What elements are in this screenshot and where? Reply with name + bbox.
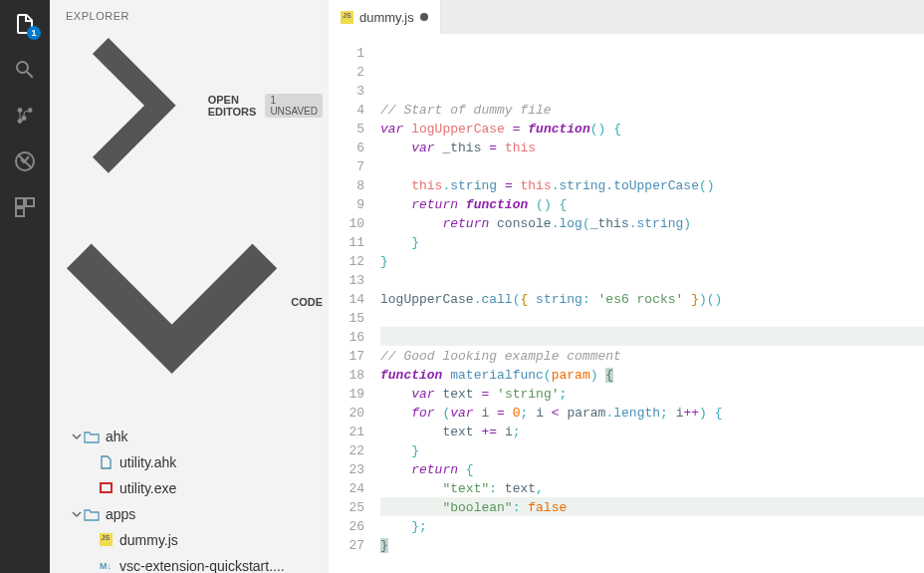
open-editors-section[interactable]: OPEN EDITORS 1 UNSAVED [50, 28, 329, 183]
dirty-indicator [420, 13, 428, 21]
folder-open-icon [84, 429, 100, 444]
exe-icon [98, 480, 114, 496]
line-numbers: 1234567891011121314151617181920212223242… [329, 34, 380, 573]
file-utility-exe[interactable]: utility.exe [50, 475, 329, 501]
markdown-icon: M↓ [98, 558, 114, 573]
svg-rect-4 [16, 208, 24, 216]
tree-label: apps [106, 506, 135, 522]
file-vsc-quickstart[interactable]: M↓ vsc-extension-quickstart.... [50, 553, 329, 573]
folder-root-section[interactable]: CODE [50, 183, 329, 422]
file-apps-dummy[interactable]: JS dummy.js [50, 527, 329, 553]
editor-tabs: JS dummy.js [329, 0, 924, 34]
unsaved-badge: 1 UNSAVED [265, 94, 323, 118]
svg-rect-5 [101, 483, 112, 492]
tab-dummy-js[interactable]: JS dummy.js [329, 0, 441, 34]
debug-icon[interactable] [11, 147, 39, 175]
svg-rect-3 [26, 198, 34, 206]
tab-label: dummy.js [359, 10, 414, 25]
explorer-badge: 1 [27, 26, 41, 40]
folder-open-icon [84, 506, 100, 522]
open-editors-label: OPEN EDITORS [208, 94, 257, 118]
tree-label: utility.exe [119, 480, 176, 496]
tree-label: ahk [106, 429, 128, 444]
svg-line-1 [18, 154, 32, 168]
sidebar-title: EXPLORER [50, 0, 329, 28]
folder-apps[interactable]: apps [50, 501, 329, 527]
extensions-icon[interactable] [11, 193, 39, 221]
file-utility-ahk[interactable]: utility.ahk [50, 449, 329, 475]
activity-bar: 1 [0, 0, 50, 573]
explorer-sidebar: EXPLORER OPEN EDITORS 1 UNSAVED CODE ahk… [50, 0, 329, 573]
code-content[interactable]: // Start of dummy file var logUpperCase … [380, 34, 924, 573]
folder-ahk[interactable]: ahk [50, 424, 329, 449]
file-icon [98, 454, 114, 470]
source-control-icon[interactable] [11, 102, 39, 130]
tree-label: dummy.js [119, 532, 178, 548]
search-icon[interactable] [11, 56, 39, 84]
svg-rect-2 [16, 198, 24, 206]
file-tree: ahk utility.ahk utility.exe apps JS dumm… [50, 422, 329, 573]
root-label: CODE [291, 296, 323, 308]
explorer-icon[interactable]: 1 [11, 10, 39, 38]
tree-label: vsc-extension-quickstart.... [119, 558, 285, 573]
editor-area: JS dummy.js 1234567891011121314151617181… [329, 0, 924, 573]
code-editor[interactable]: 1234567891011121314151617181920212223242… [329, 34, 924, 573]
tree-label: utility.ahk [119, 454, 176, 470]
js-icon: JS [98, 532, 114, 548]
js-icon: JS [341, 11, 353, 24]
tab-empty-area[interactable] [441, 0, 924, 34]
